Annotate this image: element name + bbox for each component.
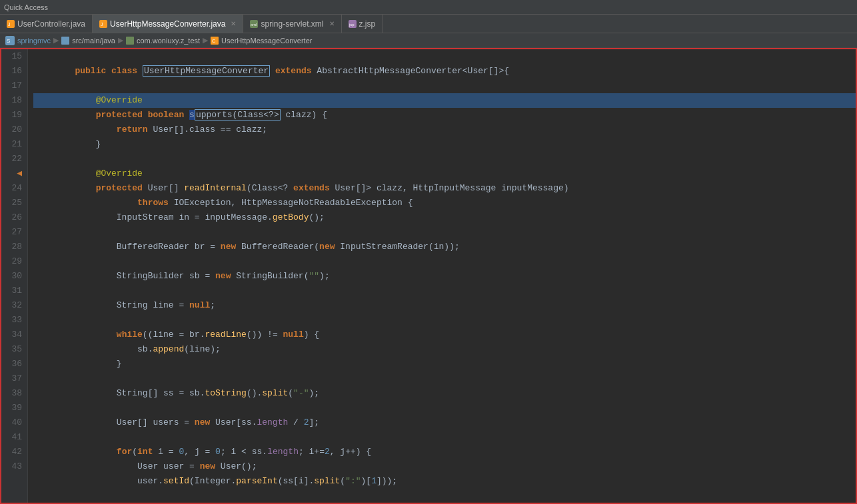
ln-42: 42 xyxy=(7,445,22,459)
ln-18: 18 xyxy=(7,93,22,108)
class-icon: C xyxy=(211,37,219,45)
code-line-37: String[] ss = sb.toString().split("-"); xyxy=(33,372,856,386)
editor-container: 15 16 17 18 19 20 21 22 ◀ 24 25 26 27 28… xyxy=(0,48,857,504)
breadcrumb-class[interactable]: UserHttpMessageConverter xyxy=(221,37,312,45)
tab-userhttpmessageconverter[interactable]: J UserHttpMessageConverter.java ✕ xyxy=(93,15,243,33)
breadcrumb-package[interactable]: com.woniuxy.z_test xyxy=(137,37,200,45)
code-line-27: BufferedReader br = new BufferedReader(n… xyxy=(33,225,856,240)
code-area[interactable]: 15 16 17 18 19 20 21 22 ◀ 24 25 26 27 28… xyxy=(1,49,856,503)
ln-30: 30 xyxy=(7,269,22,284)
svg-text:jsp: jsp xyxy=(349,23,355,27)
ln-32: 32 xyxy=(7,298,22,313)
code-line-41: for(int i = 0, j = 0; i < ss.length; i+=… xyxy=(33,430,856,445)
jsp-icon: jsp xyxy=(349,20,357,28)
code-line-21 xyxy=(33,137,856,152)
tab-close-button[interactable]: ✕ xyxy=(231,20,236,27)
breadcrumb-bar: S springmvc ▶ src/main/java ▶ com.woniux… xyxy=(0,33,857,48)
tab-label-active: UserHttpMessageConverter.java xyxy=(110,19,225,29)
xml-icon: xml xyxy=(250,20,258,28)
code-line-18: protected boolean supports(Class<?> claz… xyxy=(33,93,856,108)
tabs-bar: J UserController.java J UserHttpMessageC… xyxy=(0,15,857,33)
code-line-23: protected User[] readInternal(Class<? ex… xyxy=(33,166,856,181)
ln-15: 15 xyxy=(7,49,22,64)
ln-17: 17 xyxy=(7,79,22,93)
project-icon: S xyxy=(5,36,15,45)
svg-rect-11 xyxy=(126,37,134,45)
ln-33: 33 xyxy=(7,313,22,328)
svg-text:J: J xyxy=(8,22,11,27)
tab-spring-servlet[interactable]: xml spring-servlet.xml ✕ xyxy=(243,15,341,33)
code-line-29: StringBuilder sb = new StringBuilder("")… xyxy=(33,254,856,269)
ln-36: 36 xyxy=(7,357,22,372)
ln-35: 35 xyxy=(7,342,22,357)
ln-29: 29 xyxy=(7,254,22,269)
ln-28: 28 xyxy=(7,240,22,254)
ln-21: 21 xyxy=(7,137,22,152)
ln-34: 34 xyxy=(7,328,22,342)
svg-text:C: C xyxy=(212,39,215,43)
svg-text:J: J xyxy=(101,22,103,27)
code-line-22: @Override xyxy=(33,152,856,166)
ln-39: 39 xyxy=(7,401,22,415)
ln-37: 37 xyxy=(7,372,22,386)
breadcrumb-src[interactable]: src/main/java xyxy=(72,37,115,45)
package-icon xyxy=(126,37,134,45)
code-line-31: String line = null; xyxy=(33,284,856,298)
ln-16: 16 xyxy=(7,64,22,79)
ln-27: 27 xyxy=(7,225,22,240)
tab-label-jsp: z.jsp xyxy=(359,19,376,29)
java-icon-2: J xyxy=(99,20,107,28)
svg-text:S: S xyxy=(7,38,10,44)
code-content[interactable]: public class UserHttpMessageConverter ex… xyxy=(28,49,856,503)
breadcrumb-springmvc[interactable]: springmvc xyxy=(17,37,51,45)
ln-26: 26 xyxy=(7,210,22,225)
ln-19: 19 xyxy=(7,108,22,123)
ln-43: 43 xyxy=(7,459,22,474)
code-line-15: public class UserHttpMessageConverter ex… xyxy=(33,49,856,64)
top-bar-text: Quick Access xyxy=(4,3,48,11)
ln-23: ◀ xyxy=(7,166,22,181)
line-numbers: 15 16 17 18 19 20 21 22 ◀ 24 25 26 27 28… xyxy=(1,49,28,503)
tab-label: UserController.java xyxy=(17,19,85,29)
svg-rect-10 xyxy=(61,37,69,45)
code-line-39: User[] users = new User[ss.length / 2]; xyxy=(33,401,856,415)
ln-22: 22 xyxy=(7,152,22,166)
ln-40: 40 xyxy=(7,415,22,430)
tab-label-xml: spring-servlet.xml xyxy=(261,19,323,29)
ln-25: 25 xyxy=(7,196,22,210)
code-line-36 xyxy=(33,357,856,372)
code-line-33: while((line = br.readLine()) != null) { xyxy=(33,313,856,328)
tab-close-xml[interactable]: ✕ xyxy=(329,20,335,27)
ln-20: 20 xyxy=(7,123,22,137)
folder-icon xyxy=(61,37,69,45)
tab-zjsp[interactable]: jsp z.jsp xyxy=(342,15,383,33)
top-bar: Quick Access xyxy=(0,0,857,15)
tab-usercontroller[interactable]: J UserController.java xyxy=(0,15,93,33)
ln-24: 24 xyxy=(7,181,22,196)
ln-31: 31 xyxy=(7,284,22,298)
ln-38: 38 xyxy=(7,386,22,401)
code-line-17: @Override xyxy=(33,79,856,93)
ln-41: 41 xyxy=(7,430,22,445)
svg-text:xml: xml xyxy=(251,23,257,27)
java-icon: J xyxy=(7,20,15,28)
